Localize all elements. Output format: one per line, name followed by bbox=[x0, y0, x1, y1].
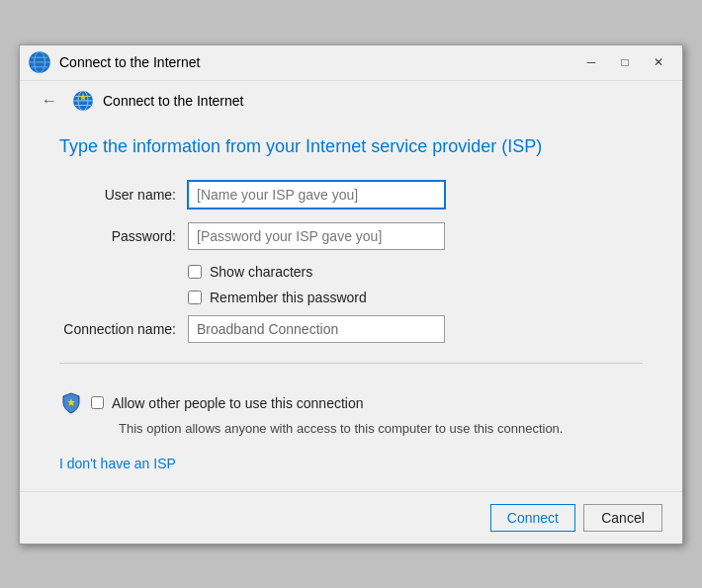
back-button[interactable]: ← bbox=[36, 90, 63, 112]
globe-icon bbox=[28, 50, 51, 74]
nav-title: Connect to the Internet bbox=[103, 93, 243, 109]
main-window: Connect to the Internet ─ □ ✕ ← Connect … bbox=[19, 44, 683, 545]
content-area: Type the information from your Internet … bbox=[20, 121, 682, 491]
title-bar-left: Connect to the Internet bbox=[28, 50, 200, 74]
password-label: Password: bbox=[59, 228, 188, 244]
username-label: User name: bbox=[59, 187, 188, 203]
username-row: User name: bbox=[59, 181, 643, 209]
maximize-button[interactable]: □ bbox=[609, 50, 641, 74]
connection-name-label: Connection name: bbox=[59, 321, 188, 337]
remember-password-checkbox[interactable] bbox=[188, 291, 202, 304]
remember-password-row: Remember this password bbox=[188, 290, 643, 305]
title-bar: Connect to the Internet ─ □ ✕ bbox=[20, 45, 682, 81]
allow-others-label[interactable]: Allow other people to use this connectio… bbox=[112, 395, 364, 411]
show-characters-row: Show characters bbox=[188, 264, 643, 280]
page-heading: Type the information from your Internet … bbox=[59, 136, 643, 157]
nav-globe-icon bbox=[71, 89, 95, 113]
show-characters-label[interactable]: Show characters bbox=[210, 264, 312, 280]
nav-bar: ← Connect to the Internet bbox=[20, 81, 682, 121]
connect-button[interactable]: Connect bbox=[490, 504, 575, 532]
remember-password-label[interactable]: Remember this password bbox=[210, 290, 367, 305]
allow-section: Allow other people to use this connectio… bbox=[59, 383, 643, 444]
minimize-button[interactable]: ─ bbox=[575, 50, 607, 74]
connection-name-row: Connection name: bbox=[59, 315, 643, 343]
title-bar-controls: ─ □ ✕ bbox=[575, 50, 674, 74]
cancel-button[interactable]: Cancel bbox=[583, 504, 662, 532]
password-row: Password: bbox=[59, 222, 643, 250]
window-title: Connect to the Internet bbox=[59, 54, 200, 70]
divider bbox=[59, 363, 643, 364]
allow-row: Allow other people to use this connectio… bbox=[59, 391, 643, 415]
show-characters-checkbox[interactable] bbox=[188, 265, 202, 279]
connection-name-input[interactable] bbox=[188, 315, 445, 343]
allow-others-checkbox[interactable] bbox=[91, 396, 104, 409]
footer: Connect Cancel bbox=[20, 491, 682, 544]
password-input[interactable] bbox=[188, 222, 445, 250]
username-input[interactable] bbox=[188, 181, 445, 209]
close-button[interactable]: ✕ bbox=[643, 50, 674, 74]
shield-icon bbox=[59, 391, 83, 415]
no-isp-link[interactable]: I don't have an ISP bbox=[59, 456, 176, 471]
allow-description: This option allows anyone with access to… bbox=[119, 421, 643, 436]
